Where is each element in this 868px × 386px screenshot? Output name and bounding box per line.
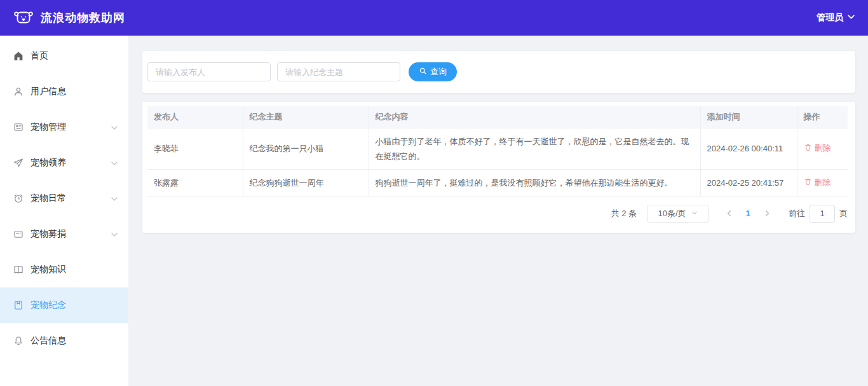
page-unit-label: 页 bbox=[839, 208, 848, 219]
message-icon bbox=[13, 228, 24, 240]
brand: 流浪动物救助网 bbox=[13, 8, 125, 27]
sidebar-item-label: 宠物知识 bbox=[31, 264, 118, 275]
sidebar-item-label: 用户信息 bbox=[31, 86, 118, 97]
sidebar-item-label: 首页 bbox=[31, 50, 118, 62]
cell-content: 狗狗逝世一周年了，挺难过的，是我没有照顾好它，希望他在那边能生活的更好。 bbox=[369, 169, 700, 196]
sidebar-item-announcements[interactable]: 公告信息 bbox=[0, 323, 128, 359]
prev-page-button[interactable] bbox=[719, 205, 739, 223]
chevron-down-icon bbox=[111, 230, 118, 238]
total-count: 共 2 条 bbox=[611, 208, 637, 219]
next-page-button[interactable] bbox=[757, 205, 777, 223]
cell-topic: 纪念狗狗逝世一周年 bbox=[243, 169, 369, 196]
table-row: 李晓菲 纪念我的第一只小猫 小猫由于到了老年，体质不好了，终于有一天逝世了，欣慰… bbox=[147, 128, 848, 169]
cell-publisher: 李晓菲 bbox=[147, 128, 243, 169]
sidebar-item-label: 宠物领养 bbox=[31, 157, 111, 169]
cell-content: 小猫由于到了老年，体质不好了，终于有一天逝世了，欣慰的是，它是自然老去的。现在挺… bbox=[369, 128, 700, 169]
sidebar-item-users[interactable]: 用户信息 bbox=[0, 74, 128, 109]
sidebar-item-pet-donation[interactable]: 宠物募捐 bbox=[0, 216, 128, 252]
cell-publisher: 张露露 bbox=[147, 169, 243, 196]
cell-topic: 纪念我的第一只小猫 bbox=[243, 128, 369, 169]
cell-time: 2024-02-25 20:41:57 bbox=[700, 169, 797, 196]
delete-label: 删除 bbox=[815, 177, 831, 188]
sidebar-item-label: 宠物纪念 bbox=[31, 300, 118, 311]
sidebar-item-pet-adoption[interactable]: 宠物领养 bbox=[0, 145, 128, 181]
col-content: 纪念内容 bbox=[369, 106, 700, 128]
send-icon bbox=[13, 157, 24, 169]
chevron-down-icon bbox=[847, 12, 855, 24]
sidebar-item-home[interactable]: 首页 bbox=[0, 38, 128, 74]
sidebar-item-label: 宠物募捐 bbox=[31, 228, 111, 240]
delete-button[interactable]: 删除 bbox=[804, 177, 831, 188]
memorial-table-card: 发布人 纪念主题 纪念内容 添加时间 操作 李晓菲 纪念我的第一只小猫 小猫由于… bbox=[142, 102, 855, 233]
user-menu[interactable]: 管理员 bbox=[817, 12, 855, 24]
goto-label: 前往 bbox=[789, 208, 805, 219]
sidebar-item-label: 宠物日常 bbox=[31, 193, 111, 204]
page-size-value: 10条/页 bbox=[658, 208, 686, 219]
memorial-table: 发布人 纪念主题 纪念内容 添加时间 操作 李晓菲 纪念我的第一只小猫 小猫由于… bbox=[147, 106, 848, 196]
sidebar-item-pet-daily[interactable]: 宠物日常 bbox=[0, 181, 128, 216]
chevron-down-icon bbox=[691, 209, 698, 218]
sidebar-item-label: 宠物管理 bbox=[31, 121, 111, 133]
goto-page-input[interactable] bbox=[810, 205, 835, 223]
main-content: 查询 发布人 纪念主题 纪念内容 添加时间 操作 李晓菲 bbox=[128, 36, 868, 386]
sidebar: 首页 用户信息 宠物管理 宠物领养 bbox=[0, 36, 128, 386]
chevron-down-icon bbox=[111, 159, 118, 167]
table-header-row: 发布人 纪念主题 纪念内容 添加时间 操作 bbox=[147, 106, 848, 128]
sidebar-item-pet-management[interactable]: 宠物管理 bbox=[0, 109, 128, 145]
cell-time: 2024-02-26 00:40:11 bbox=[700, 128, 797, 169]
notebook-icon bbox=[13, 300, 24, 311]
chevron-down-icon bbox=[111, 195, 118, 202]
delete-button[interactable]: 删除 bbox=[804, 142, 831, 154]
user-icon bbox=[13, 86, 24, 97]
open-book-icon bbox=[13, 264, 24, 275]
dog-logo-icon bbox=[13, 8, 34, 27]
col-time: 添加时间 bbox=[700, 106, 797, 128]
topic-input[interactable] bbox=[277, 62, 400, 81]
col-topic: 纪念主题 bbox=[243, 106, 369, 128]
query-button[interactable]: 查询 bbox=[409, 62, 457, 81]
sidebar-item-pet-knowledge[interactable]: 宠物知识 bbox=[0, 252, 128, 287]
sidebar-item-pet-memorial[interactable]: 宠物纪念 bbox=[0, 287, 128, 323]
trash-icon bbox=[804, 177, 812, 188]
col-publisher: 发布人 bbox=[147, 106, 243, 128]
delete-label: 删除 bbox=[815, 142, 831, 154]
publisher-input[interactable] bbox=[147, 62, 271, 81]
search-icon bbox=[419, 67, 427, 77]
pagination: 共 2 条 10条/页 1 前往 页 bbox=[147, 205, 848, 223]
app-title: 流浪动物救助网 bbox=[41, 10, 125, 25]
query-button-label: 查询 bbox=[430, 66, 447, 78]
col-actions: 操作 bbox=[797, 106, 848, 128]
chevron-down-icon bbox=[111, 123, 118, 131]
sidebar-item-label: 公告信息 bbox=[31, 335, 118, 347]
home-icon bbox=[13, 50, 24, 62]
page-number-1[interactable]: 1 bbox=[739, 205, 757, 223]
table-row: 张露露 纪念狗狗逝世一周年 狗狗逝世一周年了，挺难过的，是我没有照顾好它，希望他… bbox=[147, 169, 848, 196]
trash-icon bbox=[804, 143, 812, 153]
alarm-clock-icon bbox=[13, 193, 24, 204]
postcard-icon bbox=[13, 121, 24, 133]
top-header: 流浪动物救助网 管理员 bbox=[0, 0, 868, 36]
bell-icon bbox=[13, 335, 24, 347]
search-panel: 查询 bbox=[142, 51, 855, 93]
page-size-select[interactable]: 10条/页 bbox=[647, 205, 709, 223]
user-name: 管理员 bbox=[817, 12, 843, 24]
